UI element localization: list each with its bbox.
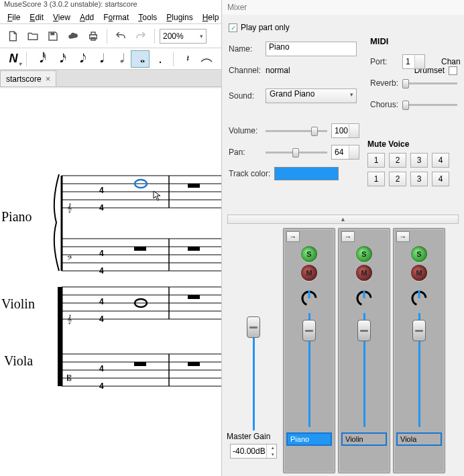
note-half-icon[interactable]: 𝅗𝅥 [111,50,129,68]
pan-knob[interactable] [409,286,429,306]
channel-name-violin[interactable]: Violin [341,432,387,446]
expand-icon[interactable]: → [396,231,410,242]
pan-spin[interactable]: 64▴▾ [331,145,359,160]
pan-slider[interactable] [266,147,327,158]
solo-button[interactable]: S [301,246,317,262]
channel-label: Channel: [229,66,266,75]
chorus-label: Chorus: [370,100,402,109]
midi-section: MIDI Port: 1▴▾ Chan Reverb: Chorus: [370,36,464,119]
channel-strip-piano: → S M Piano [283,228,335,473]
sound-label: Sound: [229,91,266,101]
svg-text:4: 4 [99,186,104,195]
tie-icon[interactable] [197,50,216,68]
open-folder-icon[interactable] [24,27,42,45]
note-16th-icon[interactable]: 𝅘𝅥𝅯 [50,50,69,68]
menu-format[interactable]: Format [99,11,133,23]
svg-rect-0 [50,32,54,35]
menu-plugins[interactable]: Plugins [162,11,197,23]
mute-voice-4b[interactable]: 4 [432,172,449,186]
save-icon[interactable] [44,27,62,45]
expand-icon[interactable]: → [286,231,300,242]
channel-fader[interactable] [408,313,430,427]
score-svg: 𝄞 4 4 𝄢 4 4 𝄞 4 4 𝄡 [0,156,221,476]
chorus-slider[interactable] [402,99,457,110]
channel-fader[interactable] [298,313,320,427]
mute-voice-2b[interactable]: 2 [389,172,406,186]
note-whole-icon[interactable]: 𝅝 [131,50,150,68]
menu-tools[interactable]: Tools [133,11,162,23]
sound-select[interactable]: Grand Piano [266,88,357,103]
svg-text:4: 4 [99,203,104,213]
port-label: Port: [370,57,402,66]
print-icon[interactable] [84,27,102,45]
note-32nd-icon[interactable]: 𝅘𝅥𝅰 [30,50,49,68]
channel-name-viola[interactable]: Viola [396,432,442,446]
mute-button[interactable]: M [356,265,372,281]
undo-icon[interactable] [112,27,129,45]
channel-fader[interactable] [353,313,375,427]
redo-icon[interactable] [132,27,150,45]
reverb-slider[interactable] [402,78,457,88]
name-input[interactable]: Piano [266,42,357,56]
menu-file[interactable]: File [3,11,25,23]
mixer-title: Mixer [222,0,464,15]
svg-rect-25 [134,247,146,251]
svg-rect-15 [188,184,200,188]
tab-label: startscore [6,74,42,84]
svg-rect-50 [188,362,200,366]
channel-name-piano[interactable]: Piano [286,432,332,446]
mute-voice-label: Mute Voice [367,139,461,149]
score-canvas[interactable]: Piano Violin Viola 𝄞 4 4 𝄢 4 4 [0,88,221,476]
master-strip: Master Gain -40.00dB▴▾ [227,228,280,473]
solo-button[interactable]: S [356,246,372,262]
cloud-icon[interactable] [64,27,82,45]
note-dot-icon[interactable]: . [151,50,170,68]
svg-rect-2 [91,32,95,35]
mute-voice-1b[interactable]: 1 [367,172,385,186]
channel-strips: Master Gain -40.00dB▴▾ → S M Piano → S M… [224,225,463,476]
note-input-mode-icon[interactable]: N▾ [4,50,23,68]
new-file-icon[interactable] [4,27,21,45]
port-spin[interactable]: 1▴▾ [402,54,425,69]
note-8th-icon[interactable]: 𝅘𝅥𝅮 [70,50,89,68]
mute-voice-3b[interactable]: 3 [410,172,428,186]
master-fader[interactable] [243,316,264,430]
close-icon[interactable]: × [46,74,51,84]
mute-voice-2a[interactable]: 2 [389,153,406,168]
mute-voice-4a[interactable]: 4 [432,153,449,168]
volume-slider[interactable] [266,125,327,136]
svg-rect-26 [188,247,200,251]
svg-rect-49 [134,362,146,366]
play-part-only-checkbox[interactable]: ✓ [229,23,237,32]
mute-voice-1a[interactable]: 1 [367,153,385,168]
reverb-label: Reverb: [370,78,402,88]
menu-view[interactable]: View [48,11,75,23]
pan-knob[interactable] [354,286,374,306]
track-color-label: Track color: [229,169,274,178]
pan-knob[interactable] [299,286,319,306]
volume-spin[interactable]: 100▴▾ [331,123,359,138]
note-quarter-icon[interactable]: 𝅘𝅥 [91,50,109,68]
mute-button[interactable]: M [301,265,317,281]
svg-text:𝄞: 𝄞 [67,314,72,324]
svg-text:𝄢: 𝄢 [67,254,72,263]
channel-value: normal [266,66,312,75]
mute-voice-section: Mute Voice 1 2 3 4 1 2 3 4 [367,139,461,190]
tab-startscore[interactable]: startscore × [0,70,56,86]
expand-icon[interactable]: → [341,231,355,242]
master-gain-spin[interactable]: -40.00dB▴▾ [230,444,277,459]
play-part-only-label: Play part only [241,23,290,32]
svg-text:𝄡: 𝄡 [67,373,72,383]
menu-add[interactable]: Add [75,11,99,23]
master-gain-label: Master Gain [227,432,270,441]
menu-help[interactable]: Help [198,11,224,23]
volume-label: Volume: [229,126,266,135]
zoom-select[interactable]: 200% [160,29,207,44]
menu-edit[interactable]: Edit [25,11,48,23]
solo-button[interactable]: S [411,246,427,262]
rest-icon[interactable]: 𝄽 [177,50,196,68]
mute-button[interactable]: M [411,265,427,281]
mute-voice-3a[interactable]: 3 [410,153,428,168]
collapse-handle[interactable]: ▲ [227,215,459,224]
track-color-swatch[interactable] [274,167,339,180]
